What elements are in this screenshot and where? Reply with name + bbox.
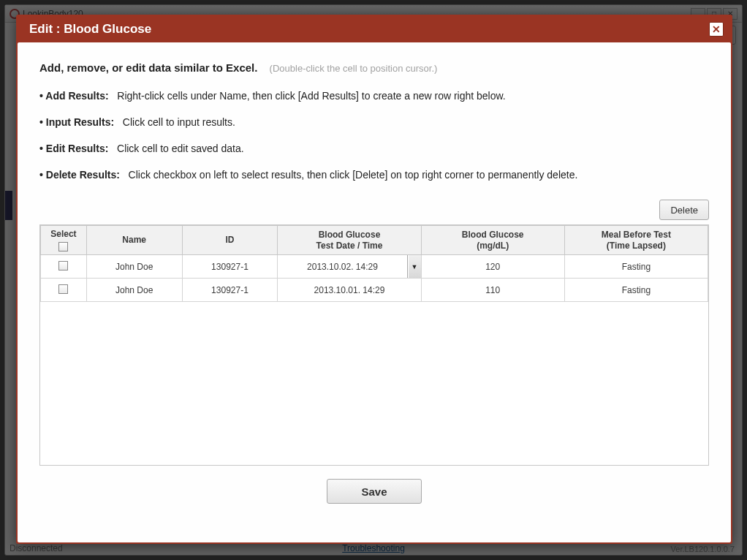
modal-body: Add, remove, or edit data similar to Exc… [18,42,731,542]
cell-name[interactable]: John Doe [86,279,182,302]
close-icon[interactable]: ✕ [709,22,724,37]
col-dt-l1: Blood Glucose [319,230,381,240]
col-id: ID [182,226,278,255]
row-checkbox[interactable] [58,284,68,294]
instr-add: • Add Results: Right-click cells under N… [39,90,709,102]
instr-delete-text: Click checkbox on left to select results… [129,169,578,181]
modal-header: Edit : Blood Glucose ✕ [18,16,731,42]
select-all-checkbox[interactable] [58,242,68,251]
delete-button[interactable]: Delete [659,200,709,220]
col-datetime: Blood Glucose Test Date / Time [278,226,421,255]
col-select-label: Select [50,229,76,240]
col-name: Name [86,226,182,255]
cell-datetime[interactable]: 2013.10.01. 14:29 [278,279,421,302]
save-button[interactable]: Save [327,479,422,504]
cell-meal[interactable]: Fasting [564,279,708,302]
save-row: Save [39,479,709,504]
col-select: Select [41,226,87,255]
table-row: John Doe 130927-1 2013.10.01. 14:29 110 … [41,279,708,302]
col-bg: Blood Glucose (mg/dL) [421,226,564,255]
col-meal-l2: (Time Lapsed) [607,241,666,251]
intro-line: Add, remove, or edit data similar to Exc… [39,61,709,74]
col-meal: Meal Before Test (Time Lapsed) [564,226,708,255]
col-dt-l2: Test Date / Time [316,241,383,251]
dt-value[interactable]: 2013.10.02. 14:29 [278,255,407,278]
table-row: John Doe 130927-1 2013.10.02. 14:29 ▼ 12… [41,255,708,279]
row-select[interactable] [41,279,87,302]
grid-header: Select Name ID Blood Glucose Test Date /… [41,226,708,255]
cell-bg[interactable]: 110 [421,279,564,302]
cell-datetime-active[interactable]: 2013.10.02. 14:29 ▼ [278,255,421,279]
row-checkbox[interactable] [58,261,68,270]
instr-edit-label: • Edit Results: [39,143,108,154]
row-select[interactable] [41,255,87,279]
instr-edit: • Edit Results: Click cell to edit saved… [39,143,709,154]
cell-name[interactable]: John Doe [86,255,182,279]
cell-id[interactable]: 130927-1 [182,255,278,279]
col-bg-l2: (mg/dL) [477,241,509,251]
col-bg-l1: Blood Glucose [462,230,524,240]
cell-meal[interactable]: Fasting [564,255,708,279]
intro-bold: Add, remove, or edit data similar to Exc… [39,61,257,74]
instr-delete-label: • Delete Results: [39,169,120,181]
intro-hint: (Double-click the cell to position curso… [270,63,438,74]
edit-blood-glucose-modal: Edit : Blood Glucose ✕ Add, remove, or e… [16,15,732,544]
data-grid: Select Name ID Blood Glucose Test Date /… [39,224,709,466]
delete-row: Delete [39,200,709,220]
instr-delete: • Delete Results: Click checkbox on left… [39,169,709,181]
instr-add-label: • Add Results: [39,90,109,102]
instr-add-text: Right-click cells under Name, then click… [117,90,505,102]
instr-input: • Input Results: Click cell to input res… [39,116,709,128]
cell-id[interactable]: 130927-1 [182,279,278,302]
instr-input-label: • Input Results: [39,116,114,128]
instr-edit-text: Click cell to edit saved data. [117,143,244,154]
chevron-down-icon[interactable]: ▼ [408,255,421,278]
modal-title: Edit : Blood Glucose [29,22,151,37]
instr-input-text: Click cell to input results. [123,116,235,128]
col-meal-l1: Meal Before Test [602,230,671,240]
cell-bg[interactable]: 120 [421,255,564,279]
